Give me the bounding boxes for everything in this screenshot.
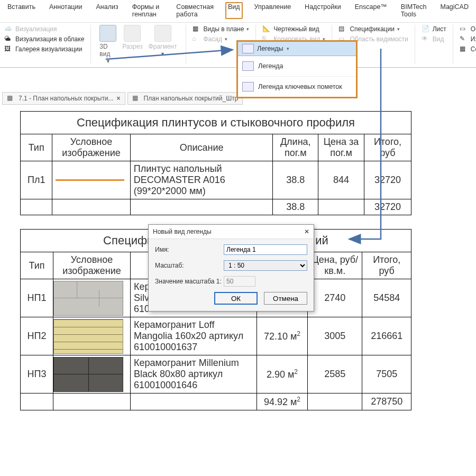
dark-tile-swatch <box>53 357 123 392</box>
cell-type: Пл1 <box>21 161 52 199</box>
tile-swatch <box>53 281 123 316</box>
menu-view[interactable]: Вид <box>225 2 243 19</box>
btn-viz-gallery[interactable]: 🖼Галерея визуализации <box>4 45 84 53</box>
legends-label: Легенды <box>257 45 283 52</box>
plinth-schedule-table: Спецификация плинтусов и стыковочного пр… <box>20 111 411 215</box>
table-totals-row: 38.8 32720 <box>21 199 411 215</box>
table-totals-row: 94.92 м2 278750 <box>21 393 411 410</box>
elevation-icon: ⌂ <box>193 35 201 43</box>
col-type: Тип <box>21 252 53 279</box>
chevron-down-icon: ▾ <box>287 46 289 51</box>
menu-annotations[interactable]: Аннотации <box>47 2 84 19</box>
cell-total: 216661 <box>362 317 411 355</box>
cell-grand-total: 278750 <box>362 393 411 410</box>
scale-select[interactable]: 1 : 50 <box>224 260 307 271</box>
menu-addins[interactable]: Надстройки <box>303 2 343 19</box>
table-row: НП2 Керамогранит Loff Mangolia 160x20 ар… <box>21 317 411 355</box>
menu-bimtech[interactable]: BIMTech Tools <box>399 2 429 19</box>
sheet-icon: 📄 <box>422 25 430 33</box>
scale-label: Масштаб: <box>155 262 224 269</box>
menu-forms[interactable]: Формы и генплан <box>130 2 165 19</box>
cell-price: 2740 <box>308 279 362 317</box>
titleblock-icon: ▭ <box>460 25 468 33</box>
col-desc: Описание <box>130 134 273 161</box>
menu-manage[interactable]: Управление <box>252 2 294 19</box>
drafting-icon: 📐 <box>262 25 271 33</box>
tab-icon: ▦ <box>7 94 15 103</box>
cell-symbol <box>53 317 131 355</box>
cell-grand-total: 32720 <box>364 199 411 215</box>
cell-desc: Керамогранит Loff Mangolia 160x20 артику… <box>131 317 257 355</box>
col-total: Итого, руб <box>364 134 411 161</box>
scale-value-label: Значение масштаба 1: <box>155 278 224 285</box>
btn-titleblock[interactable]: ▭Основная надпись <box>460 25 476 33</box>
cell-total: 7505 <box>362 355 411 393</box>
col-total: Итого, руб <box>362 252 411 279</box>
name-input[interactable] <box>224 244 307 255</box>
col-price: Цена за пог.м <box>318 134 364 161</box>
cell-symbol <box>52 161 130 199</box>
cell-area-total: 94.92 м2 <box>257 393 307 410</box>
scale-value-input <box>224 276 255 287</box>
name-label: Имя: <box>155 246 224 253</box>
col-price: Цена, руб/кв.м. <box>308 252 362 279</box>
tab-label: План напольных покрытий_Штр <box>144 95 239 102</box>
col-type: Тип <box>21 134 52 161</box>
cell-price: 844 <box>318 161 364 199</box>
btn-plan-views[interactable]: ▦Виды в плане ▾ <box>193 25 250 33</box>
cell-price: 2585 <box>308 355 362 393</box>
cell-desc: Плинтус напольный DECOMASTER A016 (99*20… <box>130 161 273 199</box>
legend-icon <box>242 61 254 71</box>
btn-3d-view[interactable]: 3D вид▼ <box>97 25 118 64</box>
col-symbol: Условное изображение <box>53 252 131 279</box>
brick-swatch <box>53 319 123 354</box>
dropdown-item-keynote-legend[interactable]: Легенда ключевых пометок <box>238 76 356 97</box>
legend-icon <box>242 44 254 53</box>
menu-insert[interactable]: Вставить <box>5 2 38 19</box>
cell-type: НП2 <box>21 317 53 355</box>
btn-schedules[interactable]: ▤Спецификации ▾ <box>338 25 408 33</box>
btn-revisions[interactable]: ✎Изменения <box>460 35 476 43</box>
close-icon[interactable]: ✕ <box>304 228 309 235</box>
cell-desc: Керамогранит Millenium Black 80x80 артик… <box>131 355 257 393</box>
cell-area: 72.10 м2 <box>257 317 307 355</box>
cell-symbol <box>53 355 131 393</box>
ok-button[interactable]: ОК <box>214 292 258 305</box>
btn-guide-grid[interactable]: ▦Сетка направляющ <box>460 45 476 53</box>
dropdown-item-legend[interactable]: Легенда <box>238 56 356 76</box>
btn-viz-cloud[interactable]: 🌥Визуализация в облаке <box>4 35 84 43</box>
table-row: НП3 Керамогранит Millenium Black 80x80 а… <box>21 355 411 393</box>
menu-magicad[interactable]: MagiCAD <box>438 2 471 19</box>
cancel-button[interactable]: Отмена <box>264 292 307 305</box>
grid-icon: ▦ <box>460 45 468 53</box>
new-legend-dialog: Новый вид легенды ✕ Имя: Масштаб: 1 : 50… <box>148 224 314 312</box>
plan-icon: ▦ <box>193 25 201 33</box>
cell-length: 38.8 <box>273 161 318 199</box>
dropdown-item-label: Легенда ключевых пометок <box>258 83 342 90</box>
table-row: Пл1 Плинтус напольный DECOMASTER A016 (9… <box>21 161 411 199</box>
table-title: Спецификация плинтусов и стыковочного пр… <box>21 112 411 134</box>
btn-callout[interactable]: Фрагмент▼ <box>147 25 179 57</box>
btn-drafting-view[interactable]: 📐Чертежный вид <box>262 25 325 33</box>
cell-length-total: 38.8 <box>273 199 318 215</box>
cell-symbol <box>53 279 131 317</box>
view-icon: 👁 <box>422 35 430 43</box>
legends-dropdown-header[interactable]: Легенды ▾ <box>238 42 356 56</box>
cell-total: 32720 <box>364 161 411 199</box>
col-symbol: Условное изображение <box>52 134 130 161</box>
btn-sheet[interactable]: 📄Лист <box>422 25 446 33</box>
plinth-swatch <box>56 179 124 181</box>
close-icon[interactable]: × <box>117 95 121 102</box>
tab-plan-2[interactable]: ▦ План напольных покрытий_Штр <box>127 92 243 105</box>
dropdown-item-label: Легенда <box>258 62 283 70</box>
menu-analysis[interactable]: Анализ <box>94 2 120 19</box>
menu-collab[interactable]: Совместная работа <box>174 2 216 19</box>
schedule-icon: ▤ <box>338 25 347 33</box>
keynote-legend-icon <box>242 82 254 91</box>
btn-visualization[interactable]: ☁️Визуализация <box>4 25 84 33</box>
btn-view[interactable]: 👁Вид <box>422 35 446 43</box>
house-icon <box>99 25 116 42</box>
tab-plan-1[interactable]: ▦ 7.1 - План напольных покрыти... × <box>2 92 125 105</box>
menu-enscape[interactable]: Enscape™ <box>353 2 389 19</box>
btn-section[interactable]: Разрез <box>120 25 144 50</box>
